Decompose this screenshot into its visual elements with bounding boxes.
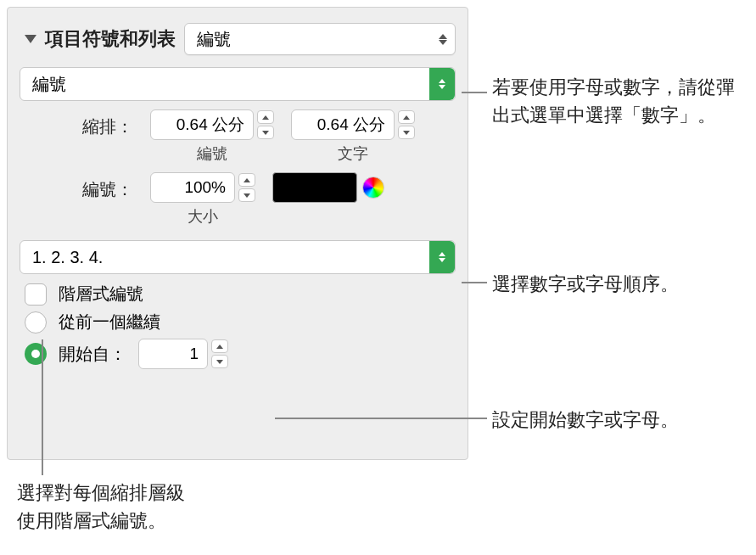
indent-text-input[interactable]: 0.64 公分: [291, 109, 395, 140]
number-size-label: 編號：: [64, 172, 133, 201]
list-type-value: 編號: [197, 28, 231, 51]
dropdown-arrow-icon: [429, 68, 455, 100]
dropdown-arrow-icon: [429, 241, 455, 273]
bullets-lists-panel: 項目符號和列表 編號 編號 縮排： 0.64 公分 編號 0.64 公: [7, 7, 468, 460]
startfrom-radio-row: 開始自： 1: [25, 339, 456, 369]
startfrom-label: 開始自：: [59, 343, 126, 366]
hierarchical-annotation: 選擇對每個縮排層級 使用階層式編號。: [17, 479, 185, 535]
callout-line: [275, 418, 487, 419]
type-annotation: 若要使用字母或數字，請從彈出式選單中選擇「數字」。: [492, 73, 747, 129]
indent-number-stepper[interactable]: [257, 110, 274, 139]
list-type-dropdown[interactable]: 編號: [184, 23, 456, 55]
hierarchical-annotation-line1: 選擇對每個縮排層級: [17, 479, 185, 507]
indent-text-sublabel: 文字: [338, 143, 368, 164]
number-size-input[interactable]: 100%: [150, 172, 235, 203]
number-size-stepper[interactable]: [238, 173, 255, 202]
callout-line: [42, 339, 43, 475]
startfrom-stepper[interactable]: [211, 339, 228, 368]
number-size-sublabel: 大小: [188, 206, 218, 227]
number-color-swatch[interactable]: [272, 172, 357, 203]
chevrons-icon: [438, 34, 448, 45]
continue-radio-row: 從前一個繼續: [25, 311, 456, 334]
continue-from-previous-radio[interactable]: [25, 311, 47, 334]
callout-line: [462, 282, 487, 283]
callout-line: [462, 92, 487, 93]
color-wheel-icon[interactable]: [362, 177, 384, 199]
hierarchical-checkbox-row: 階層式編號: [25, 283, 456, 306]
number-style-value: 編號: [32, 73, 66, 96]
indent-row: 縮排： 0.64 公分 編號 0.64 公分 文字: [20, 109, 456, 164]
indent-number-sublabel: 編號: [197, 143, 227, 164]
start-from-radio[interactable]: [25, 343, 47, 365]
panel-header: 項目符號和列表 編號: [20, 23, 456, 55]
indent-text-stepper[interactable]: [398, 110, 415, 139]
panel-title: 項目符號和列表: [45, 26, 176, 52]
number-size-row: 編號： 100% 大小: [20, 172, 456, 227]
startfrom-input[interactable]: 1: [138, 339, 208, 369]
indent-label: 縮排：: [64, 109, 133, 138]
continue-label: 從前一個繼續: [59, 311, 160, 334]
hierarchical-annotation-line2: 使用階層式編號。: [17, 507, 185, 535]
sequence-style-value: 1. 2. 3. 4.: [32, 248, 103, 267]
sequence-annotation: 選擇數字或字母順序。: [492, 270, 679, 298]
hierarchical-label: 階層式編號: [59, 283, 143, 306]
sequence-style-dropdown[interactable]: 1. 2. 3. 4.: [20, 240, 456, 274]
number-style-dropdown[interactable]: 編號: [20, 67, 456, 101]
disclosure-triangle-icon[interactable]: [25, 35, 36, 43]
hierarchical-checkbox[interactable]: [25, 283, 47, 306]
startfrom-annotation: 設定開始數字或字母。: [492, 406, 679, 434]
indent-number-input[interactable]: 0.64 公分: [150, 109, 254, 140]
